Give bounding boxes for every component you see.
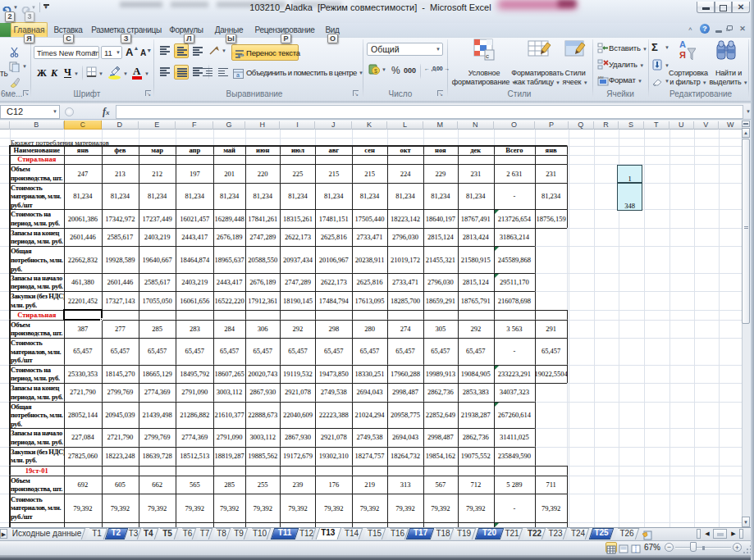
svg-text:с: с	[486, 52, 489, 60]
svg-text:Я: Я	[679, 50, 686, 60]
svg-text:ММ: ММ	[598, 75, 604, 80]
svg-text:$: $	[374, 68, 377, 74]
svg-text:a: a	[236, 72, 240, 78]
svg-text:А: А	[679, 39, 686, 49]
